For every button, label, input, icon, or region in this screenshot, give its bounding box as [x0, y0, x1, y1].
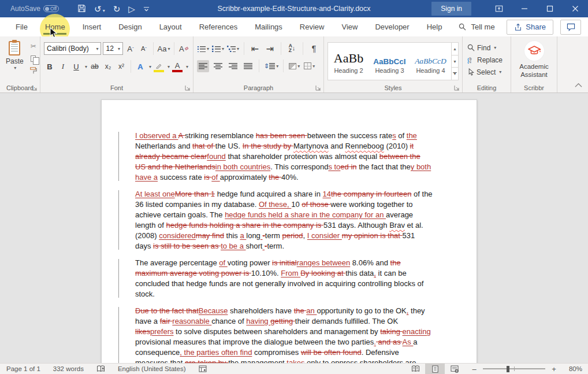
- tab-review[interactable]: Review: [291, 18, 333, 36]
- zoom-slider[interactable]: [483, 368, 545, 369]
- format-painter-button[interactable]: [28, 66, 39, 75]
- language-status[interactable]: English (United States): [111, 364, 192, 374]
- paragraph[interactable]: I observed a A striking resemblance has …: [135, 131, 433, 183]
- numbering-button[interactable]: ▾: [212, 43, 224, 55]
- cut-button[interactable]: ✂: [28, 42, 39, 51]
- autosave-toggle[interactable]: AutoSave Off: [10, 5, 59, 13]
- sort-button[interactable]: AZ↓: [286, 43, 298, 55]
- bullets-button[interactable]: ▾: [197, 43, 209, 55]
- tab-developer[interactable]: Developer: [366, 18, 418, 36]
- macro-recording-status[interactable]: [192, 364, 213, 374]
- close-button[interactable]: [563, 0, 588, 17]
- clipboard-dialog-launcher[interactable]: [32, 85, 38, 91]
- tab-layout[interactable]: Layout: [151, 18, 191, 36]
- styles-group: AaBbHeading 2AaBbCcIHeading 3AaBbCcDHead…: [324, 36, 463, 92]
- save-icon[interactable]: [77, 4, 86, 14]
- paragraph[interactable]: Due to the fact thatBecause shareholders…: [135, 306, 433, 363]
- print-layout-button[interactable]: [425, 364, 445, 374]
- align-right-button[interactable]: [227, 60, 239, 72]
- styles-scroll-down-icon[interactable]: ▼: [452, 55, 458, 68]
- web-layout-button[interactable]: [445, 364, 464, 374]
- grow-font-button[interactable]: Aˆ: [125, 43, 136, 55]
- word-count-status[interactable]: 332 words: [47, 364, 90, 374]
- zoom-percentage[interactable]: 80%: [563, 365, 582, 372]
- tell-me-box[interactable]: Tell me: [459, 23, 494, 31]
- copy-button[interactable]: [28, 54, 39, 63]
- play-macro-icon[interactable]: ▷: [128, 5, 135, 13]
- zoom-slider-thumb[interactable]: [507, 366, 509, 372]
- deleted-text: may find: [196, 231, 224, 240]
- paste-icon: [9, 41, 20, 55]
- line-spacing-button[interactable]: ⇕▾: [264, 60, 278, 72]
- text-effects-button[interactable]: A: [135, 61, 146, 73]
- show-formatting-button[interactable]: ¶: [308, 43, 320, 55]
- change-case-button[interactable]: Aa▾: [157, 43, 170, 55]
- tab-design[interactable]: Design: [110, 18, 150, 36]
- increase-indent-button[interactable]: ⇥: [264, 43, 276, 55]
- paragraph[interactable]: The average percentage of voting power i…: [135, 258, 433, 299]
- superscript-button[interactable]: x²: [116, 61, 127, 73]
- styles-more-icon[interactable]: ▼: [452, 68, 458, 80]
- redo-icon[interactable]: ↻: [113, 5, 121, 13]
- tab-file[interactable]: File: [7, 18, 36, 36]
- font-color-button[interactable]: A: [172, 61, 183, 73]
- shrink-font-button[interactable]: Aˇ: [138, 43, 150, 55]
- collapse-ribbon-icon[interactable]: [575, 80, 582, 90]
- share-button[interactable]: Share: [507, 20, 553, 35]
- tab-help[interactable]: Help: [418, 18, 451, 36]
- read-mode-button[interactable]: [405, 364, 425, 374]
- minimize-button[interactable]: [512, 0, 537, 17]
- text-run: Netherlands and: [135, 142, 192, 150]
- replace-button[interactable]: bc Replace: [466, 54, 507, 66]
- style-heading-3[interactable]: AaBbCcIHeading 3: [369, 43, 410, 80]
- style-heading-2[interactable]: AaBbHeading 2: [328, 43, 369, 80]
- ribbon-display-options-icon[interactable]: [486, 0, 512, 17]
- clear-formatting-button[interactable]: A: [178, 43, 189, 55]
- select-button[interactable]: Select▾: [466, 66, 507, 78]
- page-number-status[interactable]: Page 1 of 1: [0, 364, 47, 374]
- styles-scroll-up-icon[interactable]: ▲: [452, 43, 458, 55]
- customize-quick-access-icon[interactable]: [143, 5, 150, 13]
- tab-home[interactable]: Home: [36, 18, 74, 36]
- proofing-errors-status[interactable]: [90, 364, 111, 374]
- academic-assistant-button[interactable]: Academic Assistant: [515, 41, 553, 79]
- text-run: ,: [303, 231, 307, 240]
- bold-button[interactable]: B: [44, 61, 55, 73]
- decrease-indent-button[interactable]: ⇤: [249, 43, 261, 55]
- paragraph[interactable]: At least oneMore than 1 hedge fund acqui…: [135, 189, 433, 251]
- align-left-button[interactable]: [197, 60, 209, 72]
- tab-mailings[interactable]: Mailings: [246, 18, 291, 36]
- tab-insert[interactable]: Insert: [74, 18, 110, 36]
- underline-button[interactable]: U: [70, 61, 82, 73]
- undo-icon[interactable]: ↺▾: [94, 5, 105, 13]
- font-dialog-launcher[interactable]: [185, 85, 191, 91]
- paragraph-dialog-launcher[interactable]: [315, 85, 321, 91]
- font-family-select[interactable]: Calibri (Body)▾: [44, 42, 101, 55]
- font-size-select[interactable]: 12▾: [103, 42, 123, 55]
- justify-button[interactable]: [242, 60, 254, 72]
- text-highlight-button[interactable]: [153, 61, 165, 73]
- shading-button[interactable]: ▾: [288, 60, 300, 72]
- multilevel-list-button[interactable]: ▾: [227, 43, 239, 55]
- subscript-button[interactable]: x₂: [102, 61, 114, 73]
- document-area[interactable]: I observed a A striking resemblance has …: [0, 93, 588, 363]
- italic-button[interactable]: I: [57, 61, 69, 73]
- zoom-out-button[interactable]: –: [470, 365, 478, 373]
- zoom-in-button[interactable]: +: [550, 365, 558, 373]
- style-heading-4[interactable]: AaBbCcDHeading 4: [410, 43, 451, 80]
- maximize-button[interactable]: [537, 0, 563, 17]
- find-button[interactable]: Find▾: [466, 42, 507, 54]
- sign-in-button[interactable]: Sign in: [431, 2, 471, 16]
- borders-button[interactable]: ▾: [303, 60, 315, 72]
- comments-button[interactable]: [560, 20, 581, 35]
- align-center-button[interactable]: [212, 60, 224, 72]
- tab-view[interactable]: View: [333, 18, 366, 36]
- tab-references[interactable]: References: [191, 18, 246, 36]
- document-text[interactable]: I observed a A striking resemblance has …: [135, 131, 433, 363]
- document-page[interactable]: I observed a A striking resemblance has …: [101, 99, 477, 363]
- search-icon: [459, 23, 466, 31]
- styles-dialog-launcher[interactable]: [454, 85, 460, 91]
- strikethrough-button[interactable]: ab: [89, 61, 101, 73]
- paste-button[interactable]: Paste ▾: [3, 40, 26, 82]
- inserted-text: ranges between: [297, 258, 351, 267]
